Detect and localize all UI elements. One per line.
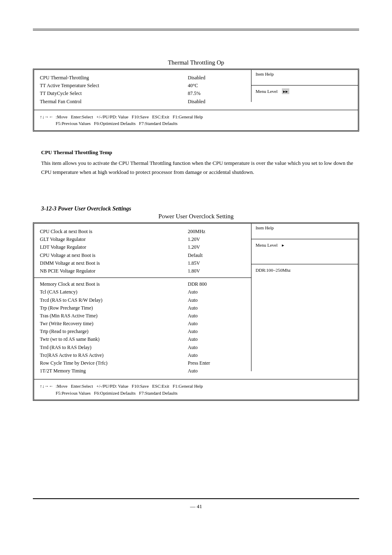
item-help-label: Item Help	[256, 72, 274, 76]
thermal-row-tt-dutycycle[interactable]: TT DutyCycle Select 87.5%	[40, 90, 245, 97]
overclock-menu-level: Menu Level ▸	[251, 239, 358, 264]
opt-value: Auto	[188, 335, 245, 343]
bios-option-row[interactable]: LDT Voltage Regulator1.20V	[40, 243, 245, 251]
opt-value: 1.85V	[188, 259, 245, 267]
bios-option-row[interactable]: Row Cycle Time by Device (Trfc)Press Ent…	[40, 359, 245, 367]
bios-option-row[interactable]: DIMM Voltage at next Boot is1.85V	[40, 259, 245, 267]
bios-option-row[interactable]: Trrd (RAS to RAS Delay)Auto	[40, 344, 245, 352]
overclock-hint: DDR:100~250Mhz	[251, 264, 358, 371]
thermal-menu-level: Menu Level ▸▸	[251, 86, 358, 102]
opt-label: Twtr (wr to rd AS same Bank)	[40, 335, 188, 343]
opt-label: CPU Thermal-Throttling	[40, 74, 188, 82]
bios-option-row[interactable]: CPU Voltage at next Boot isDefault	[40, 252, 245, 259]
opt-label: Trrd (RAS to RAS Delay)	[40, 344, 188, 352]
thermal-row-cpu-throttling[interactable]: CPU Thermal-Throttling Disabled	[40, 74, 245, 82]
opt-value: Auto	[188, 344, 245, 352]
menu-level-label: Menu Level	[256, 89, 277, 94]
opt-label: Trc(RAS Active to RAS Active)	[40, 352, 188, 359]
section-divider	[34, 278, 251, 278]
thermal-row-tt-active-temp[interactable]: TT Active Temperature Select 40°C	[40, 82, 245, 90]
opt-label: LDT Voltage Regulator	[40, 243, 188, 251]
opt-label: Trcd (RAS to CAS R/W Delay)	[40, 296, 188, 304]
opt-value: 40°C	[188, 82, 245, 90]
opt-label: Trp (Row Precharge Time)	[40, 304, 188, 312]
thermal-item-help: Item Help	[251, 70, 358, 86]
opt-value: Auto	[188, 296, 245, 304]
menu-level-indicator: ▸▸	[282, 88, 289, 94]
opt-value: 1.20V	[188, 236, 245, 243]
bios-option-row[interactable]: Trtp (Read to precharge)Auto	[40, 328, 245, 335]
bios-option-row[interactable]: Trc(RAS Active to RAS Active)Auto	[40, 352, 245, 359]
bios-option-row[interactable]: GLT Voltage Regulator1.20V	[40, 236, 245, 243]
opt-value: Auto	[188, 312, 245, 320]
opt-value: Default	[188, 252, 245, 259]
bios-option-row[interactable]: Trp (Row Precharge Time)Auto	[40, 304, 245, 312]
bios-option-row[interactable]: Tcl (CAS Latency)Auto	[40, 288, 245, 296]
opt-label: Memory Clock at next Boot is	[40, 280, 188, 288]
opt-label: Thermal Fan Control	[40, 98, 188, 106]
menu-level-indicator: ▸	[282, 243, 284, 247]
page-footer: — 41	[33, 498, 359, 510]
overclock-footer-keys: ↑↓→← ↑↓→← :Move Enter:Select +/-/PU/PD: …	[34, 379, 358, 400]
overclock-item-help: Item Help	[251, 224, 358, 239]
footer-rule	[33, 498, 359, 499]
overclock-subheading: 3-12-3 Power User Overclock Settings	[41, 206, 359, 212]
thermal-description: CPU Thermal Throttling Temp This item al…	[41, 148, 359, 177]
opt-value: Auto	[188, 367, 245, 375]
opt-label: NB PCIE Voltage Regulator	[40, 267, 188, 275]
opt-value: Auto	[188, 328, 245, 335]
opt-label: Twr (Write Recovery time)	[40, 320, 188, 328]
opt-label: TT Active Temperature Select	[40, 82, 188, 90]
arrow-keys-icon: ↑↓→←	[40, 384, 53, 388]
opt-label: DIMM Voltage at next Boot is	[40, 259, 188, 267]
bios-option-row[interactable]: Tras (Min RAS Active Time)Auto	[40, 312, 245, 320]
bios-option-row[interactable]: Memory Clock at next Boot isDDR 800	[40, 280, 245, 288]
thermal-footer-keys: ↑↓→← ↑↓→← :Move Enter:Select +/-/PU/PD: …	[34, 110, 358, 130]
thermal-box: CPU Thermal-Throttling Disabled TT Activ…	[33, 69, 359, 132]
bios-option-row[interactable]: CPU Clock at next Boot is200MHz	[40, 228, 245, 236]
hint-text: DDR:100~250Mhz	[256, 268, 291, 273]
opt-label: TT DutyCycle Select	[40, 90, 188, 97]
opt-value: Auto	[188, 288, 245, 296]
bios-option-row[interactable]: Twr (Write Recovery time)Auto	[40, 320, 245, 328]
opt-label: Row Cycle Time by Device (Trfc)	[40, 359, 188, 367]
opt-label: Tcl (CAS Latency)	[40, 288, 188, 296]
opt-label: Trtp (Read to precharge)	[40, 328, 188, 335]
menu-level-label: Menu Level	[256, 243, 277, 247]
thermal-left-panel: CPU Thermal-Throttling Disabled TT Activ…	[34, 70, 251, 110]
desc-heading: CPU Thermal Throttling Temp	[41, 148, 359, 157]
top-rule	[33, 29, 359, 30]
bios-option-row[interactable]: Trcd (RAS to CAS R/W Delay)Auto	[40, 296, 245, 304]
opt-value: 200MHz	[188, 228, 245, 236]
opt-value: Auto	[188, 320, 245, 328]
opt-value: Disabled	[188, 74, 245, 82]
opt-label: GLT Voltage Regulator	[40, 236, 188, 243]
arrow-keys-icon: ↑↓→←	[40, 114, 53, 119]
opt-value: Auto	[188, 352, 245, 359]
opt-value: DDR 800	[188, 280, 245, 288]
opt-label: Tras (Min RAS Active Time)	[40, 312, 188, 320]
thermal-row-fan-control[interactable]: Thermal Fan Control Disabled	[40, 98, 245, 106]
opt-value: 1.20V	[188, 243, 245, 251]
bios-option-row[interactable]: 1T/2T Memory TimingAuto	[40, 367, 245, 375]
opt-value: Auto	[188, 304, 245, 312]
desc-body: This item allows you to activate the CPU…	[41, 159, 359, 177]
opt-value: 1.80V	[188, 267, 245, 275]
overclock-left-panel: CPU Clock at next Boot is200MHzGLT Volta…	[34, 224, 251, 379]
bios-option-row[interactable]: NB PCIE Voltage Regulator1.80V	[40, 267, 245, 275]
overclock-title: Power User Overclock Setting	[33, 213, 359, 220]
bios-option-row[interactable]: Twtr (wr to rd AS same Bank)Auto	[40, 335, 245, 343]
opt-label: CPU Clock at next Boot is	[40, 228, 188, 236]
item-help-label: Item Help	[256, 225, 274, 230]
opt-label: CPU Voltage at next Boot is	[40, 252, 188, 259]
overclock-box: CPU Clock at next Boot is200MHzGLT Volta…	[33, 222, 359, 401]
opt-label: 1T/2T Memory Timing	[40, 367, 188, 375]
opt-value: Press Enter	[188, 359, 245, 367]
thermal-title: Thermal Throttling Op	[33, 59, 359, 66]
page-number: — 41	[33, 503, 359, 510]
opt-value: Disabled	[188, 98, 245, 106]
opt-value: 87.5%	[188, 90, 245, 97]
